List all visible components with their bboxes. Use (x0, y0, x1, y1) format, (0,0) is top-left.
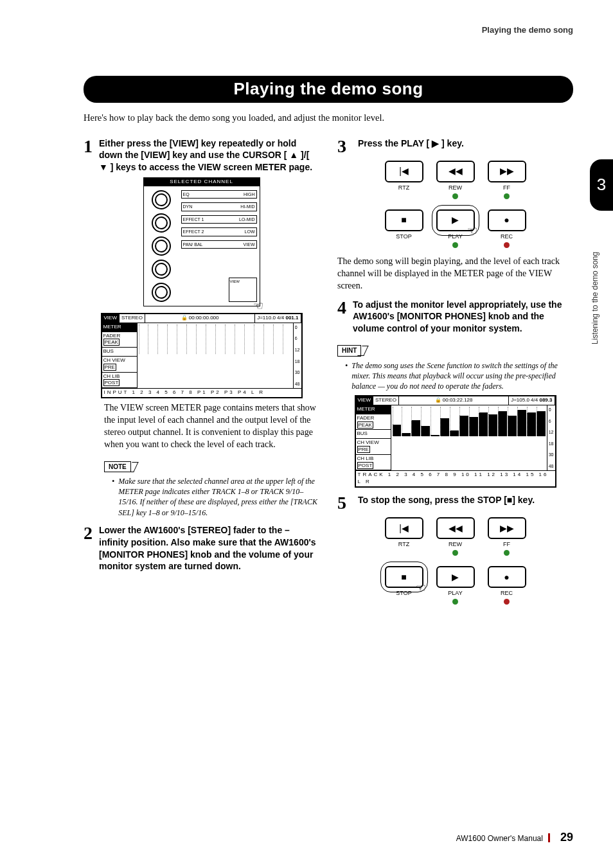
led-icon (452, 242, 458, 248)
pointing-hand-icon: ☜ (253, 298, 263, 314)
stop-button-icon: ■ (385, 209, 423, 231)
figure-meter-screen-idle: VIEW STEREO 🔒 00:00:00.000 J=110.0 4/4 0… (101, 313, 303, 398)
strip-row: DYNHI-MID (181, 202, 257, 211)
knob-icon (152, 283, 171, 302)
step-number: 4 (337, 299, 346, 335)
step-5: 5 To stop the song, press the STOP [■] k… (337, 494, 573, 512)
led-icon (452, 599, 458, 605)
figure-meter-screen-playing: VIEW STEREO 🔒 00:03:22.128 J=105.0 4/4 0… (355, 395, 556, 488)
rec-button-icon: ● (488, 209, 526, 231)
chapter-thumb: 3 Listening to the demo song (590, 159, 613, 344)
step-heading: Either press the [VIEW] key repeatedly o… (99, 137, 319, 174)
pointing-hand-icon: ☜ (416, 580, 426, 596)
ff-button-icon: ▶▶ (488, 161, 526, 182)
chapter-number: 3 (590, 159, 613, 211)
strip-row: EFFECT 1LO-MID (181, 215, 257, 224)
strip-title: SELECTED CHANNEL (144, 178, 260, 186)
step-number: 5 (337, 494, 351, 512)
strip-row: EFFECT 2LOW (181, 227, 257, 236)
play-button-icon: ▶☜ (436, 209, 475, 231)
led-icon (504, 550, 510, 556)
step-3-body: The demo song will begin playing, and th… (337, 256, 573, 292)
step-3: 3 Press the PLAY [ ▶ ] key. (337, 137, 573, 155)
step-2: 2 Lower the AW1600's [STEREO] fader to t… (84, 524, 319, 573)
intro-text: Here's how to play back the demo song yo… (84, 112, 573, 125)
hint-text: The demo song uses the Scene function to… (345, 360, 573, 392)
page-footer: AW1600 Owner's Manual29 (456, 829, 573, 845)
step-number: 3 (337, 137, 351, 155)
play-button-icon: ▶ (436, 566, 475, 588)
rtz-button-icon: |◀ (385, 161, 423, 182)
chapter-label: Listening to the demo song (590, 216, 600, 344)
step-heading: To stop the song, press the STOP [■] key… (358, 494, 535, 512)
step-heading: Press the PLAY [ ▶ ] key. (358, 137, 464, 155)
figure-selected-channel-strip: SELECTED CHANNEL EQHIGH DYNHI-MID EFFECT… (143, 177, 260, 306)
knob-icon (152, 213, 171, 233)
led-icon (452, 550, 458, 556)
step-heading: To adjust the monitor level appropriatel… (353, 299, 573, 335)
rew-button-icon: ◀◀ (436, 517, 475, 539)
running-header: Playing the demo song (482, 24, 573, 36)
page-title: Playing the demo song (84, 76, 573, 103)
step-heading: Lower the AW1600's [STEREO] fader to the… (99, 524, 319, 573)
rec-button-icon: ● (488, 566, 526, 588)
note-text: Make sure that the selected channel area… (112, 476, 319, 518)
led-icon (452, 193, 458, 199)
knob-icon (152, 190, 171, 209)
knob-icon (152, 260, 171, 279)
figure-transport-stop: |◀RTZ ◀◀REW ▶▶FF ■☜STOP ▶PLAY ●REC (378, 517, 533, 605)
hint-label: HINT (337, 345, 361, 357)
strip-row: PAN/ BALVIEW (181, 240, 257, 249)
step-1-body: The VIEW screen METER page contains mete… (104, 402, 319, 451)
led-icon (504, 193, 510, 199)
ff-button-icon: ▶▶ (488, 517, 526, 539)
step-number: 1 (84, 137, 93, 174)
note-label: NOTE (104, 461, 131, 473)
step-number: 2 (84, 524, 93, 573)
step-4: 4 To adjust the monitor level appropriat… (337, 299, 573, 335)
left-column: 1 Either press the [VIEW] key repeatedly… (84, 131, 319, 613)
knob-icon (152, 236, 171, 256)
step-1: 1 Either press the [VIEW] key repeatedly… (84, 137, 319, 174)
pointing-hand-icon: ☜ (467, 223, 477, 238)
strip-row: EQHIGH (181, 190, 257, 199)
rew-button-icon: ◀◀ (436, 161, 475, 182)
figure-transport-play: |◀RTZ ◀◀REW ▶▶FF ■STOP ▶☜PLAY ●REC (378, 161, 533, 248)
rtz-button-icon: |◀ (385, 517, 423, 539)
stop-button-icon: ■☜ (385, 566, 423, 588)
right-column: 3 Press the PLAY [ ▶ ] key. |◀RTZ ◀◀REW … (337, 131, 573, 613)
led-icon (504, 599, 510, 605)
led-icon (504, 242, 510, 248)
